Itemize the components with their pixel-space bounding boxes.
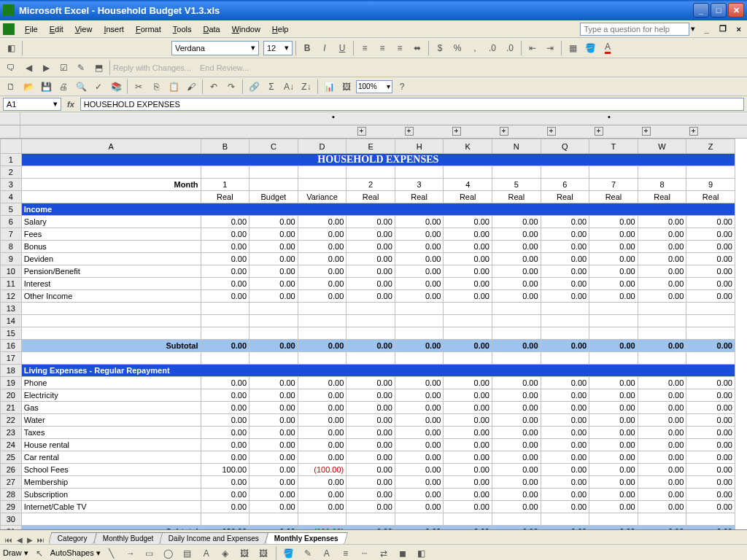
bold-button[interactable]: B bbox=[299, 40, 315, 56]
cell[interactable]: 0.00 bbox=[395, 228, 444, 241]
cell[interactable]: 0.00 bbox=[541, 451, 589, 464]
cell[interactable] bbox=[541, 513, 589, 526]
cell[interactable]: Phone bbox=[21, 377, 201, 389]
cell[interactable]: 0.00 bbox=[298, 253, 347, 265]
undo-icon[interactable]: ↶ bbox=[206, 79, 222, 95]
header[interactable]: 14 bbox=[1, 315, 22, 327]
cell[interactable] bbox=[249, 179, 298, 191]
dec-indent-icon[interactable]: ⇤ bbox=[525, 40, 541, 56]
cell[interactable] bbox=[21, 327, 201, 340]
cell[interactable] bbox=[589, 352, 638, 365]
cell[interactable] bbox=[638, 352, 686, 365]
cell[interactable]: 0.00 bbox=[201, 290, 249, 303]
cell[interactable]: 0.00 bbox=[395, 464, 444, 476]
cell[interactable] bbox=[541, 303, 589, 315]
cell[interactable]: 0.00 bbox=[686, 501, 735, 513]
cell[interactable]: Water bbox=[21, 414, 201, 427]
cell[interactable]: 0.00 bbox=[444, 526, 492, 530]
cell[interactable] bbox=[21, 513, 201, 526]
cell[interactable] bbox=[492, 513, 541, 526]
cell[interactable] bbox=[298, 315, 347, 327]
cell[interactable]: 0.00 bbox=[541, 489, 589, 501]
cell[interactable]: 0.00 bbox=[686, 377, 735, 389]
cell[interactable]: 0.00 bbox=[201, 377, 249, 389]
cell[interactable] bbox=[492, 352, 541, 365]
show-icon[interactable]: ☑ bbox=[55, 60, 71, 76]
cell[interactable]: Other Income bbox=[21, 290, 201, 303]
cell[interactable] bbox=[249, 327, 298, 340]
cell[interactable]: Real bbox=[541, 191, 589, 203]
close-button[interactable]: ✕ bbox=[728, 3, 744, 18]
clipart-icon[interactable]: 🖼 bbox=[236, 545, 252, 561]
cell[interactable] bbox=[444, 303, 492, 315]
header[interactable]: 8 bbox=[1, 241, 22, 253]
cell[interactable]: 0.00 bbox=[686, 340, 735, 352]
cell[interactable]: 0.00 bbox=[201, 228, 249, 241]
cell[interactable]: 0.00 bbox=[347, 340, 395, 352]
cell[interactable]: 0.00 bbox=[347, 290, 395, 303]
cell[interactable] bbox=[638, 303, 686, 315]
paste-icon[interactable]: 📋 bbox=[166, 79, 182, 95]
spell-icon[interactable]: ✓ bbox=[90, 79, 107, 95]
header[interactable]: 5 bbox=[1, 203, 22, 216]
cell[interactable]: 0.00 bbox=[249, 228, 298, 241]
cell[interactable]: Gas bbox=[21, 402, 201, 414]
ink-icon[interactable]: ✎ bbox=[73, 60, 89, 76]
dec-decimal-icon[interactable]: .0 bbox=[502, 40, 518, 56]
cell[interactable]: Electricity bbox=[21, 389, 201, 402]
cell[interactable] bbox=[541, 315, 589, 327]
header[interactable]: A bbox=[21, 139, 201, 154]
cell[interactable]: 0.00 bbox=[541, 216, 589, 228]
cell[interactable]: 0.00 bbox=[492, 427, 541, 439]
cell[interactable]: 0.00 bbox=[686, 402, 735, 414]
cell[interactable]: 0.00 bbox=[347, 253, 395, 265]
cell[interactable]: 0.00 bbox=[444, 290, 492, 303]
chart-icon[interactable]: 📊 bbox=[321, 79, 337, 95]
cell[interactable]: 0.00 bbox=[249, 439, 298, 451]
header[interactable]: 26 bbox=[1, 464, 22, 476]
cell[interactable]: 0.00 bbox=[201, 278, 249, 290]
header[interactable]: K bbox=[444, 139, 492, 154]
cell[interactable]: 0.00 bbox=[541, 290, 589, 303]
menu-tools[interactable]: Tools bbox=[167, 23, 198, 35]
menu-help[interactable]: Help bbox=[266, 23, 295, 35]
cell[interactable]: 0.00 bbox=[686, 253, 735, 265]
cell[interactable]: 100.00 bbox=[201, 526, 249, 530]
preview-icon[interactable]: 🔍 bbox=[73, 79, 89, 95]
cell[interactable]: 0.00 bbox=[541, 464, 589, 476]
print-icon[interactable]: 🖨 bbox=[55, 79, 71, 95]
cell[interactable]: 0.00 bbox=[638, 228, 686, 241]
cell[interactable]: 0.00 bbox=[541, 278, 589, 290]
cell[interactable]: 0.00 bbox=[541, 439, 589, 451]
column-group-bar[interactable]: •• bbox=[0, 112, 747, 125]
3d-icon[interactable]: ◧ bbox=[414, 545, 430, 561]
cell[interactable]: 0.00 bbox=[589, 402, 638, 414]
cell[interactable]: 0.00 bbox=[541, 389, 589, 402]
cell[interactable]: 0.00 bbox=[201, 265, 249, 278]
cell[interactable] bbox=[589, 315, 638, 327]
cell[interactable]: 0.00 bbox=[298, 451, 347, 464]
app-icon[interactable] bbox=[3, 23, 15, 35]
header[interactable]: Z bbox=[686, 139, 735, 154]
cell[interactable]: 0.00 bbox=[444, 389, 492, 402]
shadow-icon[interactable]: ◼ bbox=[395, 545, 411, 561]
wordart-icon[interactable]: A bbox=[198, 545, 214, 561]
cell[interactable]: 0.00 bbox=[492, 290, 541, 303]
cell[interactable] bbox=[249, 166, 298, 179]
cell[interactable]: 0.00 bbox=[686, 228, 735, 241]
copy-icon[interactable]: ⎘ bbox=[148, 79, 164, 95]
cell[interactable] bbox=[589, 303, 638, 315]
cell[interactable]: 0.00 bbox=[201, 439, 249, 451]
cell[interactable]: Real bbox=[395, 191, 444, 203]
prev-icon[interactable]: ◀ bbox=[20, 60, 36, 76]
cell[interactable]: 0.00 bbox=[638, 414, 686, 427]
cell[interactable]: 0.00 bbox=[492, 340, 541, 352]
header[interactable]: 21 bbox=[1, 402, 22, 414]
oval-icon[interactable]: ◯ bbox=[160, 545, 177, 561]
cell[interactable]: 0.00 bbox=[249, 377, 298, 389]
cell[interactable]: 0.00 bbox=[395, 489, 444, 501]
sheet-tab-monthly-expenses[interactable]: Monthly Expenses bbox=[265, 532, 348, 544]
cell[interactable]: 0.00 bbox=[249, 489, 298, 501]
cell[interactable]: 0.00 bbox=[347, 389, 395, 402]
cell[interactable]: 0.00 bbox=[589, 377, 638, 389]
